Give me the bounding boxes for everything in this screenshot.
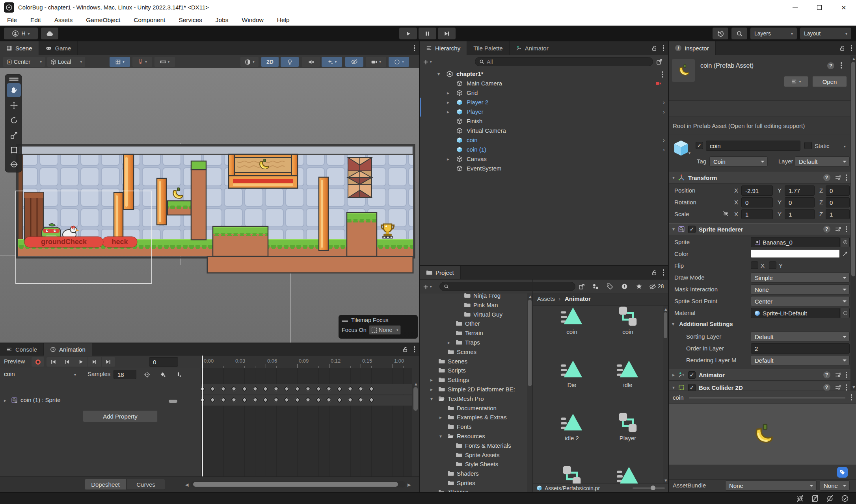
sprite-renderer-header[interactable]: ▾ ✓ Sprite Renderer ? <box>669 223 850 235</box>
last-frame-button[interactable] <box>102 357 115 367</box>
scene-audio-toggle[interactable] <box>302 57 320 67</box>
position-y-field[interactable]: 1.77 <box>785 185 815 196</box>
keyframe-summary-row[interactable] <box>201 384 413 395</box>
lock-icon[interactable] <box>402 346 408 352</box>
component-enabled-checkbox[interactable]: ✓ <box>688 371 696 379</box>
prefab-open-chevron[interactable]: › <box>663 135 665 145</box>
step-button[interactable] <box>438 28 456 39</box>
cloud-button[interactable] <box>41 28 58 39</box>
folder-simple-2d-platformer[interactable]: ▸Simple 2D Platformer BE: <box>420 385 527 394</box>
scene-item-menu-icon[interactable] <box>662 71 664 78</box>
order-in-layer-field[interactable]: 2 <box>751 343 850 354</box>
folder-ninja-frog[interactable]: Ninja Frog <box>420 293 527 300</box>
refresh-disabled-icon[interactable] <box>826 495 834 502</box>
assetbundle-variant-dropdown[interactable]: None <box>820 480 850 491</box>
scale-x-field[interactable]: 1 <box>741 209 773 219</box>
favorites-icon[interactable] <box>636 283 642 290</box>
folder-fonts-materials[interactable]: Fonts & Materials <box>420 441 527 450</box>
property-row[interactable]: ▸ coin (1) : Sprite <box>0 395 201 406</box>
lock-icon[interactable] <box>651 270 657 276</box>
search-everything-button[interactable] <box>731 28 747 39</box>
eyedropper-icon[interactable] <box>841 249 850 258</box>
scale-link-icon[interactable] <box>722 210 729 217</box>
keyframe-property-row[interactable] <box>201 395 413 406</box>
folder-sprite-assets[interactable]: Sprite Assets <box>420 450 527 460</box>
scene-viewport[interactable]: heck groundCheck <box>0 68 419 343</box>
folder-scripts[interactable]: Scripts <box>420 366 527 375</box>
next-key-button[interactable] <box>88 357 101 367</box>
hscroll-left-icon[interactable]: ◀ <box>185 482 188 487</box>
folder-traps[interactable]: ▸Traps <box>420 338 527 347</box>
presets-icon[interactable] <box>835 384 841 391</box>
play-button[interactable] <box>399 28 417 39</box>
maximize-button[interactable] <box>807 0 832 15</box>
tab-animation[interactable]: Animation <box>44 343 92 356</box>
previous-key-button[interactable] <box>60 357 74 367</box>
asset-coin-clip[interactable]: coin <box>544 304 599 335</box>
component-menu-icon[interactable] <box>846 384 847 391</box>
component-enabled-checkbox[interactable]: ✓ <box>688 384 696 391</box>
hierarchy-search-input[interactable]: All <box>475 57 653 66</box>
tab-scene[interactable]: Scene <box>0 41 39 55</box>
hierarchy-item-coin[interactable]: coin › <box>420 135 668 145</box>
tab-game[interactable]: Game <box>39 41 78 55</box>
static-dropdown-caret[interactable]: ▾ <box>844 144 846 148</box>
folder-tilemap[interactable]: ▾TileMap <box>420 488 527 492</box>
transform-tool-button[interactable] <box>7 157 21 171</box>
component-menu-icon[interactable] <box>846 372 847 378</box>
scene-effects-toggle[interactable]: ▾ <box>322 57 342 67</box>
curves-button[interactable]: Curves <box>127 479 165 490</box>
preview-area[interactable] <box>669 404 856 465</box>
prefab-open-chevron[interactable]: › <box>663 98 665 107</box>
layout-dropdown[interactable]: Layout▾ <box>800 28 851 39</box>
label-filter-icon[interactable] <box>607 283 613 290</box>
gizmos-dropdown[interactable]: ▾ <box>389 57 409 67</box>
position-z-field[interactable]: 0 <box>826 185 850 196</box>
folder-other[interactable]: Other <box>420 319 527 328</box>
additional-settings-foldout[interactable]: Additional Settings <box>679 321 733 327</box>
material-object-field[interactable]: Sprite-Lit-Default <box>751 308 840 318</box>
rect-tool-button[interactable] <box>7 143 21 157</box>
asset-idle2-clip[interactable]: idle 2 <box>544 410 599 441</box>
tab-console[interactable]: Console <box>0 343 44 356</box>
help-icon[interactable]: ? <box>823 226 830 233</box>
2d-mode-toggle[interactable]: 2D <box>261 57 279 67</box>
timeline-area[interactable]: 0:00 0:03 0:06 0:09 0:12 0:15 1:00 <box>201 356 412 476</box>
prefab-open-chevron[interactable]: › <box>663 107 665 117</box>
timeline-hscrollbar[interactable] <box>191 481 406 487</box>
static-checkbox[interactable] <box>804 142 812 149</box>
menu-jobs[interactable]: Jobs <box>216 17 229 24</box>
project-menu-icon[interactable] <box>663 269 664 276</box>
object-picker-icon[interactable] <box>841 308 850 318</box>
lock-icon[interactable] <box>839 45 845 51</box>
rotation-y-field[interactable]: 0 <box>785 197 815 208</box>
overlay-drag-handle[interactable] <box>342 320 348 321</box>
hierarchy-menu-icon[interactable] <box>663 45 664 51</box>
inspector-menu-icon[interactable] <box>851 45 852 51</box>
preview-toggle[interactable]: Preview <box>4 358 25 365</box>
frame-field[interactable]: 0 <box>149 357 178 367</box>
folder-pink-man[interactable]: Pink Man <box>420 300 527 310</box>
asset-idle-clip[interactable]: idle <box>600 357 655 388</box>
color-swatch[interactable] <box>751 249 840 258</box>
grid-snap-toggle[interactable]: ▾ <box>110 57 130 67</box>
asset-filter-icon[interactable] <box>592 283 599 290</box>
folder-shaders[interactable]: Shaders <box>420 469 527 478</box>
tab-inspector[interactable]: iInspector <box>669 41 716 55</box>
account-dropdown[interactable]: H▾ <box>4 28 38 39</box>
folder-examples-extras[interactable]: ▸Examples & Extras <box>420 413 527 422</box>
scale-tool-button[interactable] <box>7 128 21 142</box>
presets-icon[interactable] <box>835 174 841 181</box>
preview-drag-handle[interactable] <box>689 397 845 398</box>
animation-menu-icon[interactable] <box>414 346 415 352</box>
scene-lighting-toggle[interactable] <box>281 57 299 67</box>
folder-scenes[interactable]: Scenes <box>420 357 527 366</box>
menu-services[interactable]: Services <box>179 17 202 24</box>
rotate-tool-button[interactable] <box>7 113 21 127</box>
folder-terrain[interactable]: Terrain <box>420 328 527 338</box>
lock-icon[interactable] <box>651 45 657 51</box>
presets-icon[interactable] <box>835 372 841 378</box>
breadcrumb-assets[interactable]: Assets <box>537 295 555 302</box>
folder-documentation[interactable]: Documentation <box>420 404 527 413</box>
menu-edit[interactable]: Edit <box>30 17 41 24</box>
